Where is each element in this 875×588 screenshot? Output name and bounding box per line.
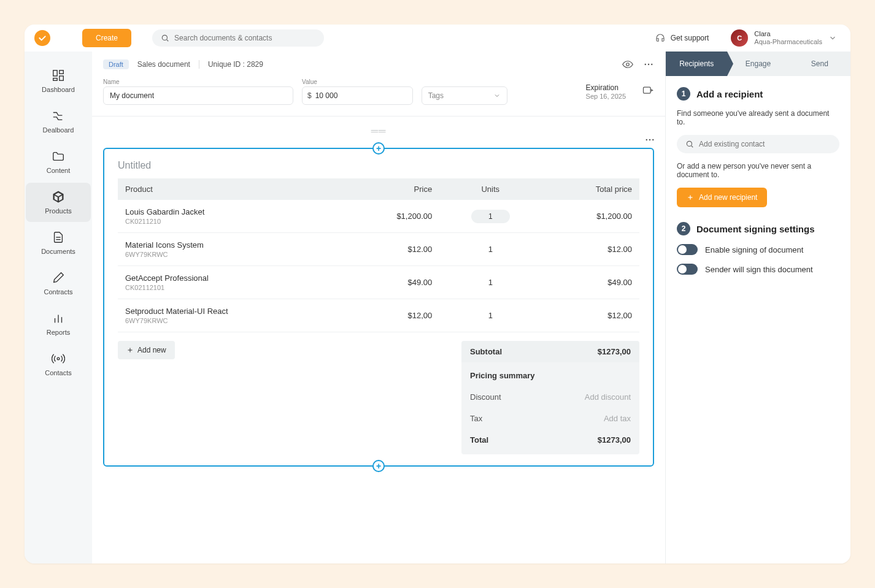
add-discount-button[interactable]: Add discount — [585, 392, 631, 402]
doc-meta-bar: Draft Sales document Unique ID : 2829 — [92, 52, 665, 70]
product-units[interactable]: 1 — [439, 233, 541, 266]
toggle-switch[interactable] — [677, 244, 698, 255]
eye-icon[interactable] — [622, 59, 633, 70]
user-text: Clara Aqua-Pharmaceuticals — [754, 30, 822, 46]
sidebar-item-label: Documents — [41, 248, 75, 255]
product-name: GetAccept Professional — [125, 273, 336, 283]
toggle-switch[interactable] — [677, 264, 698, 275]
svg-point-17 — [646, 139, 647, 140]
tags-field: Tags Tags — [422, 78, 507, 105]
product-sku: CK02112101 — [125, 284, 336, 291]
currency-symbol: $ — [307, 91, 315, 100]
product-price: $12,00 — [343, 299, 439, 332]
sidebar-item-content[interactable]: Content — [26, 142, 91, 181]
product-price: $1,200.00 — [343, 200, 439, 233]
product-total: $12.00 — [541, 233, 639, 266]
total-value: $1273,00 — [598, 435, 631, 445]
card-menu-button[interactable] — [644, 134, 655, 148]
pen-icon — [52, 271, 65, 284]
sidebar-item-contacts[interactable]: Contacts — [26, 345, 91, 384]
sidebar-item-documents[interactable]: Documents — [26, 223, 91, 262]
total-label: Total — [470, 435, 488, 445]
product-total: $1,200.00 — [541, 200, 639, 233]
step-recipients[interactable]: Recipients — [666, 52, 727, 76]
value-input[interactable] — [315, 87, 407, 104]
sidebar-item-dealboard[interactable]: Dealboard — [26, 102, 91, 141]
section-title: Document signing settings — [696, 224, 815, 234]
search-input[interactable] — [174, 34, 315, 42]
name-field: Name — [103, 78, 293, 105]
add-new-product-button[interactable]: Add new — [118, 341, 175, 359]
drag-grip[interactable]: ══ — [103, 124, 654, 142]
table-row[interactable]: Louis Gabardin JacketCK0211210$1,200.001… — [118, 200, 639, 233]
sidebar-item-label: Dashboard — [42, 86, 75, 93]
plus-icon — [687, 194, 694, 201]
section-signing-header: 2 Document signing settings — [677, 222, 839, 235]
step-send[interactable]: Send — [789, 52, 850, 76]
user-org: Aqua-Pharmaceuticals — [754, 38, 822, 46]
contact-search-input[interactable] — [699, 140, 831, 148]
more-icon[interactable] — [643, 59, 654, 70]
tags-placeholder: Tags — [428, 91, 444, 100]
step-engage[interactable]: Engage — [727, 52, 788, 76]
table-row[interactable]: GetAccept ProfessionalCK02112101$49.001$… — [118, 266, 639, 299]
product-total: $49.00 — [541, 266, 639, 299]
headset-icon — [655, 32, 666, 44]
svg-point-13 — [645, 64, 646, 65]
section-title: Add a recipient — [696, 89, 763, 99]
support-button[interactable]: Get support — [649, 29, 715, 47]
product-price: $49.00 — [343, 266, 439, 299]
expiration-value: Sep 16, 2025 — [586, 93, 626, 100]
add-tax-button[interactable]: Add tax — [604, 414, 631, 423]
add-block-below-button[interactable]: + — [372, 460, 385, 472]
create-button[interactable]: Create — [82, 29, 131, 47]
box-icon — [52, 190, 65, 204]
sidebar-item-dashboard[interactable]: Dashboard — [26, 61, 91, 101]
table-row[interactable]: Setproduct Material-UI React6WY79KRWC$12… — [118, 299, 639, 332]
discount-label: Discount — [470, 392, 501, 402]
col-total: Total price — [541, 178, 639, 200]
check-icon — [37, 33, 47, 43]
signature-icon[interactable] — [642, 85, 654, 99]
svg-point-18 — [649, 139, 650, 140]
main-content: Draft Sales document Unique ID : 2829 Na… — [92, 52, 665, 563]
sidebar-item-reports[interactable]: Reports — [26, 304, 91, 343]
sidebar-item-products[interactable]: Products — [26, 183, 91, 222]
chart-icon — [52, 311, 65, 325]
svg-point-19 — [652, 139, 653, 140]
tags-select[interactable]: Tags — [422, 86, 507, 105]
user-menu[interactable]: C Clara Aqua-Pharmaceuticals — [725, 27, 843, 49]
contact-search[interactable] — [677, 135, 839, 153]
sidebar-item-label: Dealboard — [43, 126, 74, 134]
sidebar-item-label: Contracts — [44, 288, 72, 296]
chevron-down-icon — [493, 92, 501, 99]
add-recipient-label: Add new recipient — [699, 193, 757, 202]
plus-icon — [126, 346, 134, 354]
global-search[interactable] — [152, 29, 324, 47]
subtotal-label: Subtotal — [470, 347, 502, 356]
add-block-above-button[interactable]: + — [372, 142, 385, 155]
dealboard-icon — [52, 109, 65, 123]
col-product: Product — [118, 178, 343, 200]
name-input[interactable] — [103, 86, 293, 105]
svg-line-1 — [167, 40, 169, 42]
card-title[interactable]: Untitled — [118, 160, 639, 171]
product-units[interactable]: 1 — [439, 299, 541, 332]
search-icon — [685, 140, 694, 148]
add-recipient-button[interactable]: Add new recipient — [677, 188, 767, 207]
svg-point-15 — [651, 64, 652, 65]
product-name: Material Icons System — [125, 240, 336, 250]
step-number: 2 — [677, 222, 690, 235]
section-subtitle: Find someone you've already sent a docum… — [677, 109, 839, 126]
sidebar-item-contracts[interactable]: Contracts — [26, 264, 91, 303]
product-units[interactable]: 1 — [439, 266, 541, 299]
product-units[interactable]: 1 — [439, 200, 541, 233]
doc-form: Name Value $ Tags Tags — [92, 70, 665, 116]
table-row[interactable]: Material Icons System6WY79KRWC$12.001$12… — [118, 233, 639, 266]
svg-rect-3 — [60, 71, 63, 74]
svg-point-0 — [162, 35, 167, 40]
toggle-label: Enable signing of document — [705, 245, 803, 254]
field-label: Value — [302, 78, 413, 85]
avatar: C — [731, 29, 748, 47]
app-logo[interactable] — [34, 30, 50, 46]
